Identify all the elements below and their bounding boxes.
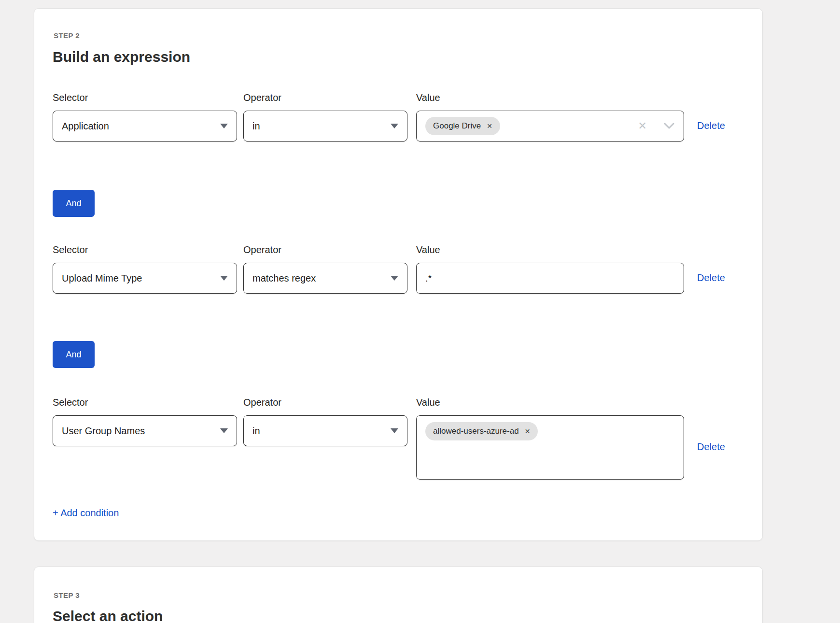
value-column-label: Value	[416, 397, 684, 409]
add-condition-link[interactable]: + Add condition	[53, 508, 119, 519]
step2-label: STEP 2	[54, 31, 80, 40]
remove-tag-icon[interactable]: ✕	[525, 428, 531, 435]
operator-value: matches regex	[252, 273, 316, 284]
operator-value: in	[252, 121, 260, 132]
delete-condition-link[interactable]: Delete	[697, 120, 725, 131]
value-column-label: Value	[416, 244, 684, 256]
step2-title: Build an expression	[53, 49, 190, 65]
selector-column-label: Selector	[53, 92, 237, 104]
operator-value: in	[252, 425, 260, 437]
dropdown-caret-icon	[391, 276, 398, 281]
selector-dropdown[interactable]: Application	[53, 111, 237, 142]
selector-dropdown[interactable]: Upload Mime Type	[53, 263, 237, 294]
delete-condition-link[interactable]: Delete	[697, 272, 725, 283]
value-multiselect[interactable]: allowed-users-azure-ad ✕	[416, 415, 684, 480]
value-tag-label: allowed-users-azure-ad	[433, 426, 519, 436]
selector-value: User Group Names	[62, 425, 145, 437]
dropdown-caret-icon	[391, 124, 398, 128]
dropdown-caret-icon	[220, 276, 228, 281]
selector-column-label: Selector	[53, 244, 237, 256]
delete-condition-link[interactable]: Delete	[697, 441, 725, 453]
step3-label: STEP 3	[54, 591, 80, 599]
selector-dropdown[interactable]: User Group Names	[53, 415, 237, 446]
value-column-label: Value	[416, 92, 684, 104]
operator-column-label: Operator	[243, 397, 407, 409]
selector-value: Application	[62, 121, 109, 132]
operator-dropdown[interactable]: matches regex	[243, 263, 407, 294]
operator-column-label: Operator	[243, 92, 407, 104]
step2-card: STEP 2 Build an expression Selector Appl…	[34, 8, 763, 541]
value-text-input[interactable]: .*	[416, 263, 684, 294]
value-tag-label: Google Drive	[433, 121, 481, 131]
step3-title: Select an action	[53, 608, 163, 623]
value-tag: allowed-users-azure-ad ✕	[425, 422, 538, 440]
dropdown-caret-icon	[220, 428, 228, 433]
and-button[interactable]: And	[53, 341, 95, 368]
clear-selection-icon[interactable]: ✕	[638, 121, 647, 131]
operator-dropdown[interactable]: in	[243, 415, 407, 446]
dropdown-caret-icon	[391, 428, 398, 433]
value-multiselect[interactable]: Google Drive ✕ ✕	[416, 111, 684, 142]
step3-card: STEP 3 Select an action	[34, 566, 763, 623]
value-text: .*	[425, 273, 432, 284]
chevron-down-icon[interactable]	[663, 122, 675, 130]
value-tag: Google Drive ✕	[425, 117, 500, 135]
remove-tag-icon[interactable]: ✕	[487, 123, 492, 129]
operator-dropdown[interactable]: in	[243, 111, 407, 142]
and-button[interactable]: And	[53, 190, 95, 217]
operator-column-label: Operator	[243, 244, 407, 256]
selector-column-label: Selector	[53, 397, 237, 409]
dropdown-caret-icon	[220, 124, 228, 128]
selector-value: Upload Mime Type	[62, 273, 142, 284]
